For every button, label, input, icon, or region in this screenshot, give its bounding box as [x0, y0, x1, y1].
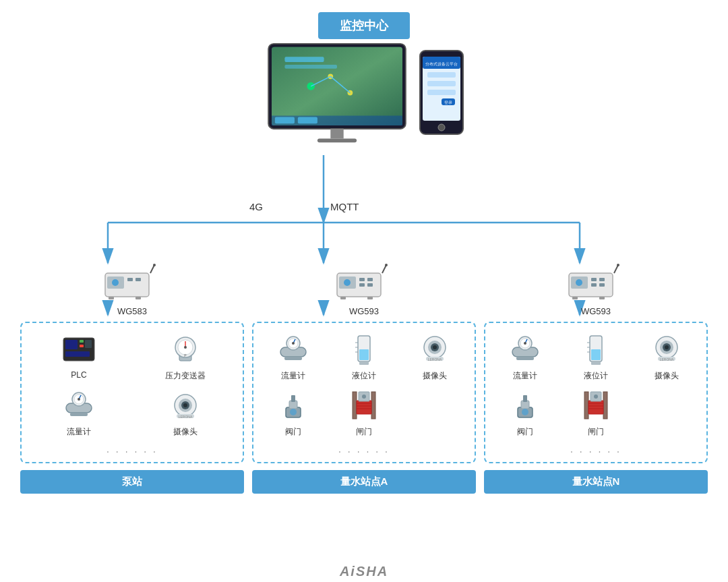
svg-point-76	[385, 264, 388, 266]
device-pressure-label: 压力变送器	[165, 370, 206, 382]
station-a-dots: · · · · · ·	[338, 446, 390, 457]
device-valve-a-label: 阀门	[285, 426, 301, 438]
watermark: AiSHA	[340, 564, 388, 579]
svg-text:LERONA: LERONA	[660, 357, 674, 361]
svg-rect-43	[135, 297, 141, 299]
device-camera-pump-label: 摄像头	[173, 426, 198, 438]
station-columns: WG583 PLC	[20, 263, 708, 494]
device-gate-a-label: 闸门	[356, 426, 372, 438]
svg-text:登录: 登录	[444, 100, 452, 105]
svg-rect-90	[359, 361, 369, 365]
pump-dots: · · · · · ·	[107, 446, 158, 457]
svg-text:LERONA: LERONA	[179, 415, 193, 419]
control-center-label: 监控中心	[318, 12, 410, 39]
svg-rect-125	[516, 357, 534, 360]
svg-rect-113	[599, 278, 605, 281]
svg-rect-24	[317, 138, 357, 142]
device-flow-pump-label: 流量计	[67, 426, 91, 438]
device-gate-n-label: 闸门	[588, 426, 604, 438]
device-valve-n: 阀门	[507, 387, 543, 438]
svg-rect-21	[275, 117, 295, 123]
svg-rect-31	[427, 90, 456, 95]
svg-rect-73	[359, 283, 365, 287]
svg-point-37	[112, 279, 119, 286]
device-level-a: 液位计	[346, 331, 382, 382]
device-valve-n-label: 阀门	[517, 426, 533, 438]
device-pressure: P 压力变送器	[165, 331, 206, 382]
gateway-wg583: WG583	[102, 263, 162, 316]
svg-point-94	[433, 345, 437, 349]
gateway-wg593-n-label: WG593	[566, 306, 626, 316]
svg-text:分布式设备云平台: 分布式设备云平台	[425, 62, 458, 66]
station-n-btn: 量水站点N	[484, 470, 708, 494]
svg-rect-127	[591, 349, 601, 360]
device-valve-a: 阀门	[275, 387, 311, 438]
svg-point-83	[292, 342, 295, 345]
svg-point-60	[78, 398, 80, 401]
svg-rect-84	[284, 357, 302, 360]
monitor-area: 分布式设备云平台 登录	[263, 40, 465, 148]
svg-point-135	[665, 345, 669, 349]
svg-rect-49	[65, 351, 90, 357]
gateway-wg583-label: WG583	[102, 306, 162, 316]
device-plc: PLC	[61, 331, 97, 382]
svg-point-117	[617, 264, 619, 266]
svg-rect-46	[80, 340, 84, 343]
svg-point-41	[153, 264, 156, 266]
svg-line-116	[614, 265, 618, 273]
svg-rect-115	[599, 283, 605, 287]
station-a-box: 流量计 液位计	[252, 322, 476, 463]
svg-rect-71	[359, 278, 365, 281]
device-flow-n-label: 流量计	[513, 370, 537, 382]
svg-rect-77	[340, 297, 346, 299]
svg-rect-114	[591, 283, 597, 287]
svg-rect-42	[109, 297, 114, 299]
svg-rect-86	[359, 349, 369, 360]
svg-rect-45	[65, 340, 78, 349]
svg-rect-14	[284, 65, 337, 69]
svg-rect-101	[353, 392, 357, 419]
pump-station-btn: 泵站	[20, 470, 244, 494]
gateway-wg593-n: WG593	[566, 263, 626, 316]
station-a: WG593 流量计	[252, 263, 476, 494]
device-level-a-label: 液位计	[352, 370, 376, 382]
svg-rect-39	[135, 278, 141, 281]
device-flow-n: 流量计	[507, 331, 543, 382]
svg-point-108	[362, 395, 366, 399]
svg-rect-142	[584, 392, 588, 419]
svg-rect-99	[291, 395, 295, 402]
device-gate-a: 闸门	[346, 387, 382, 438]
svg-line-40	[150, 265, 154, 273]
svg-rect-13	[284, 57, 324, 62]
device-level-n: 液位计	[578, 331, 614, 382]
device-camera-a-label: 摄像头	[423, 370, 447, 382]
monitor-icon	[263, 40, 411, 148]
svg-rect-30	[427, 81, 456, 86]
svg-rect-74	[367, 283, 373, 287]
svg-point-141	[522, 409, 528, 415]
svg-point-70	[344, 279, 351, 286]
svg-point-149	[594, 395, 598, 399]
svg-rect-78	[367, 297, 373, 299]
label-4g: 4G	[249, 201, 263, 212]
pump-station-box: PLC P 压力变送器	[20, 322, 244, 463]
device-camera-a: LERONA 摄像头	[417, 331, 453, 382]
svg-rect-61	[70, 413, 88, 416]
station-n-box: 流量计 液位计	[484, 322, 708, 463]
svg-point-15	[307, 82, 315, 90]
svg-rect-119	[599, 297, 605, 299]
svg-rect-131	[591, 361, 601, 365]
station-a-btn: 量水站点A	[252, 470, 476, 494]
svg-rect-48	[85, 340, 92, 348]
device-camera-pump: LERONA 摄像头	[167, 387, 204, 438]
device-gate-n: 闸门	[578, 387, 614, 438]
device-flow-pump: 流量计	[61, 387, 97, 438]
svg-rect-112	[591, 278, 597, 281]
svg-text:LERONA: LERONA	[428, 357, 442, 361]
phone-icon: 分布式设备云平台 登录	[418, 49, 465, 136]
svg-rect-118	[572, 297, 578, 299]
svg-rect-140	[523, 395, 527, 402]
station-pump: WG583 PLC	[20, 263, 244, 494]
device-plc-label: PLC	[71, 370, 86, 380]
device-flow-a: 流量计	[275, 331, 311, 382]
